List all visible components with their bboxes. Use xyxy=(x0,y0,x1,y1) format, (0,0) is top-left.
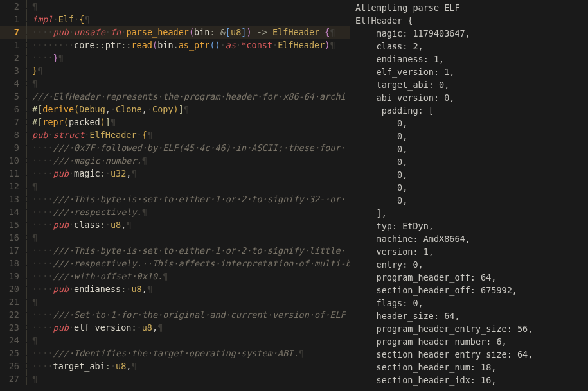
output-line: program_header_off: 64, xyxy=(355,271,583,284)
code-content[interactable]: ····///·with·offset·0x10.¶ xyxy=(27,270,168,282)
output-line: 0, xyxy=(355,168,583,181)
code-line[interactable]: 13····///·This·byte·is·set·to·either·1·o… xyxy=(0,193,350,205)
code-line[interactable]: 7····pub·unsafe·fn·parse_header(bin: &[u… xyxy=(0,26,350,39)
code-line[interactable]: 10····///·magic·number.¶ xyxy=(0,154,350,167)
code-line[interactable]: 15····pub·class:·u8,¶ xyxy=(0,218,350,231)
output-line: 0, xyxy=(355,143,583,155)
code-content[interactable]: ····///·Identifies·the·target·operating·… xyxy=(27,347,304,360)
line-number: 2 xyxy=(0,0,27,13)
code-content[interactable]: ····///·Set·to·1·for·the·original·and·cu… xyxy=(27,308,346,321)
code-content[interactable]: ····///·respectively.¶ xyxy=(27,205,147,218)
line-number: 20 xyxy=(0,282,27,295)
code-line[interactable]: 27¶ xyxy=(0,372,350,385)
line-number: 18 xyxy=(0,257,27,270)
line-number: 23 xyxy=(0,321,27,334)
code-content[interactable]: pub·struct·ElfHeader·{¶ xyxy=(27,128,152,141)
output-line: 0, xyxy=(355,181,583,194)
code-content[interactable]: ····///·0x7F·followed·by·ELF(45·4c·46)·i… xyxy=(27,141,346,154)
code-content[interactable]: ····pub·magic:·u32,¶ xyxy=(27,167,137,180)
code-line[interactable]: 22····///·Set·to·1·for·the·original·and·… xyxy=(0,308,350,321)
code-line[interactable]: 26····target_abi:·u8,¶ xyxy=(0,360,350,372)
code-content[interactable]: ¶ xyxy=(27,334,37,347)
code-line[interactable]: 18····///·respectively.··This·affects·in… xyxy=(0,257,350,270)
code-line[interactable]: 14····///·respectively.¶ xyxy=(0,205,350,218)
line-number: 24 xyxy=(0,334,27,347)
code-line[interactable]: 8pub·struct·ElfHeader·{¶ xyxy=(0,128,350,141)
code-line[interactable]: 25····///·Identifies·the·target·operatin… xyxy=(0,347,350,360)
code-line[interactable]: 2¶ xyxy=(0,0,350,13)
code-content[interactable]: #[derive(Debug,·Clone,·Copy)]¶ xyxy=(27,103,189,116)
line-number: 4 xyxy=(0,77,27,90)
output-line: program_header_number: 6, xyxy=(355,335,583,348)
line-number: 12 xyxy=(0,180,27,193)
code-line[interactable]: 4¶ xyxy=(0,77,350,90)
code-content[interactable]: ///·ElfHeader·represents·the·program·hea… xyxy=(27,90,346,103)
line-number: 2 xyxy=(0,51,27,64)
code-content[interactable]: ¶ xyxy=(27,0,37,13)
code-content[interactable]: ····pub·endianess:·u8,¶ xyxy=(27,282,152,295)
output-line: 0, xyxy=(355,130,583,143)
line-number: 10 xyxy=(0,154,27,167)
output-line: Attempting parse ELF xyxy=(355,1,583,14)
code-content[interactable]: ····pub·elf_version:·u8,¶ xyxy=(27,321,163,334)
code-content[interactable]: }¶ xyxy=(27,64,42,77)
line-number: 3 xyxy=(0,64,27,77)
code-content[interactable]: ····pub·class:·u8,¶ xyxy=(27,218,132,231)
line-number: 22 xyxy=(0,308,27,321)
output-line: ElfHeader { xyxy=(355,14,583,27)
code-content[interactable]: ¶ xyxy=(27,231,37,244)
code-editor-pane[interactable]: 2¶1impl·Elf·{¶7····pub·unsafe·fn·parse_h… xyxy=(0,0,350,391)
code-content[interactable]: ¶ xyxy=(27,372,37,385)
code-line[interactable]: 1········core::ptr::read(bin.as_ptr()·as… xyxy=(0,39,350,51)
line-number: 11 xyxy=(0,167,27,180)
code-content[interactable]: ····}¶ xyxy=(27,51,64,64)
output-line: 0, xyxy=(355,117,583,130)
code-content[interactable]: ········core::ptr::read(bin.as_ptr()·as·… xyxy=(27,39,335,51)
line-number: 16 xyxy=(0,231,27,244)
code-content[interactable]: ····///·respectively.··This·affects·inte… xyxy=(27,257,350,270)
output-line: program_header_entry_size: 56, xyxy=(355,322,583,335)
output-line: _padding: [ xyxy=(355,104,583,117)
code-line[interactable]: 16¶ xyxy=(0,231,350,244)
code-content[interactable]: impl·Elf·{¶ xyxy=(27,13,89,26)
line-number: 7 xyxy=(0,116,27,128)
code-content[interactable]: ····///·magic·number.¶ xyxy=(27,154,147,167)
code-line[interactable]: 21¶ xyxy=(0,295,350,308)
line-number: 27 xyxy=(0,372,27,385)
output-line: typ: EtDyn, xyxy=(355,220,583,232)
code-content[interactable]: ····///·This·byte·is·set·to·either·1·or·… xyxy=(27,244,346,257)
code-line[interactable]: 11····pub·magic:·u32,¶ xyxy=(0,167,350,180)
output-line: section_header_entry_size: 64, xyxy=(355,348,583,361)
code-content[interactable]: ····target_abi:·u8,¶ xyxy=(27,360,137,372)
line-number: 8 xyxy=(0,128,27,141)
code-line[interactable]: 12¶ xyxy=(0,180,350,193)
line-number: 14 xyxy=(0,205,27,218)
code-content[interactable]: #[repr(packed)]¶ xyxy=(27,116,116,128)
output-line: target_abi: 0, xyxy=(355,78,583,91)
code-line[interactable]: 5///·ElfHeader·represents·the·program·he… xyxy=(0,90,350,103)
code-content[interactable]: ¶ xyxy=(27,180,37,193)
terminal-output-pane[interactable]: Attempting parse ELFElfHeader { magic: 1… xyxy=(350,0,588,391)
code-line[interactable]: 3}¶ xyxy=(0,64,350,77)
output-line: version: 1, xyxy=(355,245,583,258)
code-line[interactable]: 20····pub·endianess:·u8,¶ xyxy=(0,282,350,295)
code-line[interactable]: 7#[repr(packed)]¶ xyxy=(0,116,350,128)
code-line[interactable]: 24¶ xyxy=(0,334,350,347)
code-content[interactable]: ····///·This·byte·is·set·to·either·1·or·… xyxy=(27,193,346,205)
output-line: ], xyxy=(355,207,583,220)
code-line[interactable]: 23····pub·elf_version:·u8,¶ xyxy=(0,321,350,334)
code-line[interactable]: 19····///·with·offset·0x10.¶ xyxy=(0,270,350,282)
code-line[interactable]: 6#[derive(Debug,·Clone,·Copy)]¶ xyxy=(0,103,350,116)
code-line[interactable]: 1impl·Elf·{¶ xyxy=(0,13,350,26)
output-line: flags: 0, xyxy=(355,297,583,309)
code-content[interactable]: ¶ xyxy=(27,77,37,90)
code-line[interactable]: 2····}¶ xyxy=(0,51,350,64)
code-content[interactable]: ¶ xyxy=(27,295,37,308)
output-line: header_size: 64, xyxy=(355,309,583,322)
output-line: machine: AmdX8664, xyxy=(355,232,583,245)
code-line[interactable]: 9····///·0x7F·followed·by·ELF(45·4c·46)·… xyxy=(0,141,350,154)
code-line[interactable]: 17····///·This·byte·is·set·to·either·1·o… xyxy=(0,244,350,257)
line-number: 1 xyxy=(0,39,27,51)
output-line: class: 2, xyxy=(355,40,583,53)
code-content[interactable]: ····pub·unsafe·fn·parse_header(bin: &[u8… xyxy=(27,26,335,39)
